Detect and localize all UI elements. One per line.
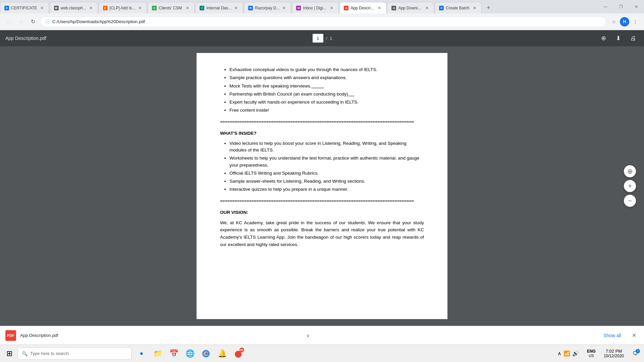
- sys-tray-icons[interactable]: ∧ 📶 🔊: [555, 346, 582, 361]
- tab-label-tab5: Internal Das...: [206, 6, 231, 10]
- pdf-toolbar: App Description.pdf / 1 ⊕ ⬇ 🖨: [0, 30, 644, 46]
- list-item: Interactive quizzes to help you prepare …: [229, 186, 424, 193]
- clock-area[interactable]: 7:02 PM 10/12/2020: [601, 346, 627, 361]
- close-button[interactable]: ✕: [629, 1, 644, 12]
- tab-close-tab7[interactable]: ✕: [329, 5, 334, 11]
- tab-tab9[interactable]: A App Downl... ✕: [387, 2, 434, 13]
- taskbar-app-chrome[interactable]: [199, 346, 213, 361]
- clock-date: 10/12/2020: [604, 354, 624, 358]
- pdf-toolbar-actions: ⊕ ⬇ 🖨: [598, 33, 639, 44]
- list-item: Video lectures to help you boost your sc…: [229, 140, 424, 154]
- search-icon: 🔍: [22, 351, 28, 356]
- taskbar-search[interactable]: 🔍 Type here to search: [17, 348, 131, 360]
- region-text: US: [589, 354, 594, 358]
- pdf-page-separator: /: [326, 36, 327, 41]
- taskbar: ⊞ 🔍 Type here to search ● 📁 📅 🌐 🔔: [0, 345, 644, 362]
- language-area[interactable]: ENG US: [584, 346, 598, 361]
- download-file-icon: PDF: [5, 330, 16, 341]
- clock-time: 7:02 PM: [606, 349, 622, 354]
- tab-favicon-tab3: Z: [103, 6, 108, 10]
- pdf-page: Exhaustive conceptual videos to guide yo…: [197, 53, 447, 319]
- pdf-page-input[interactable]: [313, 34, 323, 43]
- menu-button[interactable]: ⋮: [631, 17, 640, 26]
- notification-button[interactable]: 🗨 3: [629, 348, 641, 360]
- tab-favicon-tab7: M: [296, 6, 301, 10]
- tab-favicon-tab10: C: [439, 6, 444, 10]
- tab-label-tab2: web.classph...: [61, 6, 86, 10]
- browser-actions: ☆ H ⋮: [609, 17, 640, 26]
- download-info: App Description.pdf: [20, 333, 300, 338]
- tab-close-tab9[interactable]: ✕: [424, 5, 430, 11]
- tab-close-tab5[interactable]: ✕: [233, 5, 239, 11]
- whats-inside-list: Video lectures to help you boost your sc…: [220, 140, 424, 193]
- tab-close-tab3[interactable]: ✕: [137, 5, 143, 11]
- tab-close-tab6[interactable]: ✕: [281, 5, 287, 11]
- zoom-controls: ⊕ + −: [624, 165, 636, 207]
- forward-button[interactable]: →: [16, 17, 25, 26]
- pdf-fit-button[interactable]: ⊕: [598, 33, 609, 44]
- list-item: Exhaustive conceptual videos to guide yo…: [229, 66, 424, 73]
- bookmark-button[interactable]: ☆: [609, 17, 619, 26]
- address-bar[interactable]: 📄 C:/Users/hp/Downloads/App%20Descriptio…: [40, 16, 606, 27]
- taskbar-app-edge[interactable]: 🌐: [182, 346, 197, 361]
- tab-tab3[interactable]: Z [CLP] Add Is... ✕: [99, 2, 147, 13]
- tab-tab7[interactable]: M Inbox | Digi... ✕: [292, 2, 339, 13]
- restore-button[interactable]: ❐: [613, 1, 629, 12]
- tab-tab2[interactable]: W web.classph... ✕: [50, 2, 98, 13]
- taskbar-right: ∧ 📶 🔊 ENG US 7:02 PM 10/12/2020 🗨 3: [555, 346, 641, 361]
- list-item: Sample practice questions with answers a…: [229, 74, 424, 81]
- zoom-fit-button[interactable]: ⊕: [624, 165, 636, 177]
- pdf-download-button[interactable]: ⬇: [613, 33, 624, 44]
- start-button[interactable]: ⊞: [3, 347, 16, 360]
- tab-close-tab2[interactable]: ✕: [88, 5, 94, 11]
- search-placeholder: Type here to search: [30, 351, 69, 356]
- browser-controls: ← → ↻ 📄 C:/Users/hp/Downloads/App%20Desc…: [0, 13, 644, 30]
- tab-tab10[interactable]: C Create Batch ✕: [435, 2, 482, 13]
- new-tab-button[interactable]: +: [484, 3, 493, 12]
- list-item: Worksheets to help you understand the te…: [229, 155, 424, 169]
- tab-tab8[interactable]: A App Descri... ✕: [339, 2, 386, 13]
- sys-tray-up-icon: ∧: [557, 350, 561, 357]
- tab-close-tab10[interactable]: ✕: [472, 5, 477, 11]
- list-item: Mock Tests with live speaking interviews…: [229, 83, 424, 89]
- tab-label-tab7: Inbox | Digi...: [303, 6, 327, 10]
- taskbar-app-notification[interactable]: 🔔: [215, 346, 229, 361]
- tab-close-tab8[interactable]: ✕: [377, 5, 382, 11]
- download-file-name: App Description.pdf: [20, 333, 300, 338]
- pdf-print-button[interactable]: 🖨: [628, 33, 639, 44]
- taskbar-app-explorer[interactable]: 📁: [150, 346, 165, 361]
- tab-favicon-tab9: A: [391, 6, 396, 10]
- tab-close-tab4[interactable]: ✕: [185, 5, 190, 11]
- taskbar-app-red[interactable]: ⬤ 91: [231, 346, 246, 361]
- pdf-content-area: Exhaustive conceptual videos to guide yo…: [0, 46, 644, 326]
- tab-tab5[interactable]: I Internal Das... ✕: [195, 2, 243, 13]
- show-all-button[interactable]: Show all: [599, 331, 625, 340]
- tab-favicon-tab8: A: [344, 6, 348, 10]
- bullet-list-1: Exhaustive conceptual videos to guide yo…: [220, 66, 424, 114]
- zoom-in-button[interactable]: +: [624, 180, 636, 192]
- separator-2: ========================================…: [220, 198, 424, 204]
- notification-badge: 3: [636, 349, 640, 353]
- download-chevron-button[interactable]: ∨: [304, 331, 312, 340]
- avatar[interactable]: H: [620, 17, 629, 26]
- list-item: Expert faculty with hands-on experience …: [229, 99, 424, 106]
- url-text: C:/Users/hp/Downloads/App%20Description.…: [52, 19, 602, 24]
- back-button[interactable]: ←: [4, 17, 13, 26]
- tab-label-tab6: Razorpay D...: [255, 6, 279, 10]
- download-close-button[interactable]: ✕: [629, 331, 639, 340]
- tab-tab4[interactable]: C Clients' CSM ✕: [148, 2, 195, 13]
- browser-frame: C CERTIFICATE ✕ W web.classph... ✕ Z [CL…: [0, 0, 644, 362]
- tab-close-tab1[interactable]: ✕: [39, 5, 45, 11]
- tab-label-tab8: App Descri...: [351, 6, 375, 10]
- tab-label-tab4: Clients' CSM: [159, 6, 183, 10]
- zoom-out-button[interactable]: −: [624, 195, 636, 207]
- list-item: Official IELTS Writing and Speaking Rubr…: [229, 170, 424, 177]
- tab-label-tab3: [CLP] Add Is...: [110, 6, 136, 10]
- refresh-button[interactable]: ↻: [28, 17, 38, 26]
- tab-tab6[interactable]: R Razorpay D... ✕: [244, 2, 291, 13]
- taskbar-app-calendar[interactable]: 📅: [166, 346, 181, 361]
- minimize-button[interactable]: —: [598, 1, 613, 12]
- taskbar-app-circle[interactable]: ●: [134, 346, 149, 361]
- lang-text: ENG: [587, 349, 596, 354]
- tab-tab1[interactable]: C CERTIFICATE ✕: [0, 2, 49, 13]
